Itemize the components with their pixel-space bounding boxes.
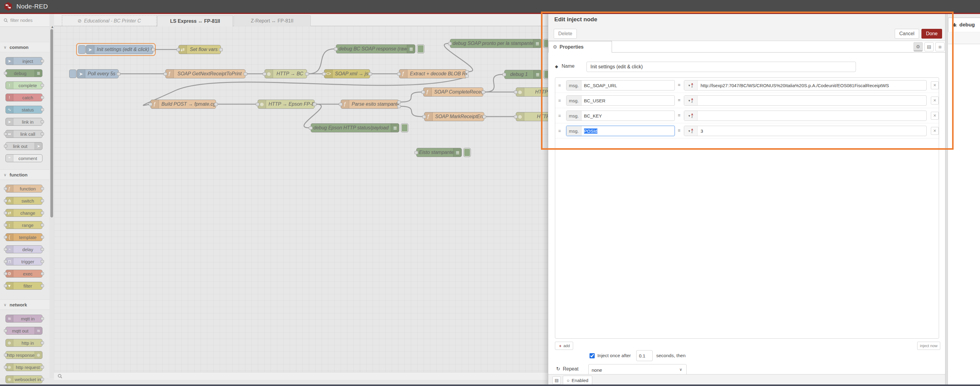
delete-button[interactable]: Delete — [554, 29, 577, 38]
property-name-input[interactable]: msg.BC_USER — [566, 96, 675, 106]
input-port[interactable] — [4, 211, 7, 214]
palette-node-inject[interactable]: ➤inject — [5, 57, 43, 65]
output-port[interactable] — [243, 72, 247, 76]
palette-node-catch[interactable]: !catch — [5, 94, 43, 101]
input-port[interactable] — [503, 73, 506, 76]
input-port[interactable] — [514, 115, 518, 118]
output-port[interactable] — [41, 366, 44, 369]
input-port[interactable] — [4, 284, 7, 287]
node-appearance-icon-button[interactable]: ⧈ — [935, 42, 945, 51]
output-port[interactable] — [219, 48, 223, 51]
palette-scrollbar[interactable]: ▲ — [49, 14, 54, 378]
flow-node-func-build[interactable]: ƒBuild POST → fpmate.cgi — [151, 100, 216, 109]
input-port[interactable] — [414, 151, 418, 154]
palette-node-link-call[interactable]: ➥link call — [5, 130, 43, 138]
palette-node-status[interactable]: ∿status — [5, 106, 43, 113]
palette-node-exec[interactable]: ⚙exec — [5, 270, 43, 278]
palette-node-filter[interactable]: ▼filter — [5, 282, 43, 290]
output-port[interactable] — [41, 378, 44, 381]
flow-tab-3[interactable]: Z-Report ↔ FP-81II — [234, 16, 311, 26]
palette-node-template[interactable]: {template — [5, 233, 43, 241]
node-settings-icon-button[interactable]: ⚙ — [913, 42, 923, 51]
palette-node-delay[interactable]: ◔delay — [5, 246, 43, 253]
palette-node-debug[interactable]: debug≣ — [5, 69, 43, 77]
flow-node-debug-epson[interactable]: debug Epson HTTP status/payload≣ — [311, 123, 399, 132]
input-port[interactable] — [4, 132, 7, 136]
remove-row-button[interactable]: ✕ — [931, 127, 939, 135]
output-port-2[interactable] — [465, 74, 469, 78]
input-port[interactable] — [149, 103, 152, 106]
input-port[interactable] — [256, 103, 259, 106]
name-input[interactable] — [587, 62, 856, 72]
drag-handle-icon[interactable]: ≡ — [558, 113, 561, 118]
debug-enable-toggle[interactable] — [463, 148, 471, 157]
flow-node-inject-poll[interactable]: ➤Poll every 5s ¹ — [77, 69, 119, 78]
output-port[interactable] — [41, 272, 44, 275]
node-description-icon-button[interactable]: ▤ — [924, 42, 934, 51]
palette-node-comment[interactable]: ❝comment — [5, 154, 43, 162]
input-port[interactable] — [334, 47, 338, 51]
flow-node-debug-raw[interactable]: debug BC SOAP response (raw)≣ — [336, 44, 415, 53]
flow-node-http-epson[interactable]: ⊕HTTP → Epson FP-81II — [258, 100, 315, 109]
output-port[interactable] — [41, 199, 44, 202]
msg-prefix-chip[interactable]: msg. — [566, 96, 582, 105]
output-port[interactable] — [151, 48, 155, 51]
flow-node-func-parse[interactable]: ƒParse esito stampante — [341, 100, 399, 109]
msg-prefix-chip[interactable]: msg. — [566, 126, 582, 136]
type-select-button[interactable]: ▾az — [684, 126, 698, 136]
input-port[interactable] — [422, 91, 425, 94]
output-port[interactable] — [41, 84, 44, 87]
palette-filter-input[interactable]: filter nodes — [0, 14, 54, 27]
output-port[interactable] — [41, 187, 44, 190]
palette-node-change[interactable]: ⇄change — [5, 209, 43, 217]
output-port[interactable] — [41, 341, 44, 345]
inject-once-checkbox[interactable] — [590, 353, 595, 358]
flow-node-debug-1[interactable]: debug 1≣ — [504, 70, 542, 79]
flow-node-debug-pronto[interactable]: debug SOAP pronto per la stampante≣ — [450, 39, 542, 48]
palette-node-complete[interactable]: !complete — [5, 81, 43, 89]
flow-tab-2[interactable]: LS Express ↔ FP-81II — [157, 16, 233, 26]
workspace-search-icon[interactable] — [58, 374, 62, 378]
output-port[interactable] — [41, 120, 44, 123]
inject-once-seconds-input[interactable] — [636, 350, 652, 361]
msg-prefix-chip[interactable]: msg. — [566, 111, 582, 121]
type-select-button[interactable]: ▾az — [684, 111, 698, 121]
input-port[interactable] — [339, 103, 342, 106]
property-name-input[interactable]: msg.BC_KEY — [566, 110, 675, 121]
drag-handle-icon[interactable]: ≡ — [558, 128, 561, 133]
input-port[interactable] — [263, 72, 266, 76]
remove-row-button[interactable]: ✕ — [931, 112, 939, 120]
type-select-button[interactable]: ▾az — [684, 80, 698, 90]
done-button[interactable]: Done — [921, 29, 942, 38]
flow-node-func-extract[interactable]: ƒExtract + decode BLOB Request — [399, 69, 467, 78]
output-port[interactable] — [41, 211, 44, 214]
flow-node-change-setflow[interactable]: ⇄Set flow vars — [178, 45, 221, 54]
output-port[interactable] — [214, 103, 218, 106]
palette-node-link-out[interactable]: link out➤ — [5, 142, 43, 150]
add-property-button[interactable]: ＋ add — [555, 342, 573, 350]
palette-node-mqtt-in[interactable]: ≋mqtt in — [5, 315, 43, 322]
input-port[interactable] — [4, 187, 7, 190]
flow-node-xml-json[interactable]: <>SOAP xml → json — [324, 69, 370, 78]
output-port[interactable] — [41, 132, 44, 136]
palette-node-range[interactable]: ↕range — [5, 221, 43, 229]
inject-button[interactable] — [69, 70, 76, 78]
input-port[interactable] — [4, 145, 7, 148]
scroll-up-arrow-icon[interactable]: ▲ — [51, 25, 54, 29]
palette-node-websocket-in[interactable]: ⊕websocket in — [5, 375, 43, 383]
input-port[interactable] — [4, 272, 7, 275]
input-port[interactable] — [4, 329, 7, 332]
palette-node-http-request[interactable]: ⊕http request — [5, 363, 43, 371]
input-port[interactable] — [322, 72, 326, 76]
property-value-input[interactable]: ▾az3 — [684, 126, 927, 136]
output-port[interactable] — [41, 59, 44, 62]
flow-node-func-markerr[interactable]: ƒSOAP MarkReceiptError — [424, 112, 484, 121]
input-port[interactable] — [397, 72, 401, 76]
sidebar-resize-handle[interactable] — [945, 14, 948, 386]
property-value-input[interactable]: ▾az — [684, 96, 927, 106]
input-port[interactable] — [4, 236, 7, 239]
palette-scrollbar-thumb[interactable] — [50, 29, 53, 217]
palette-node-http-in[interactable]: ⊕http in — [5, 339, 43, 347]
property-value-input[interactable]: ▾azhttp://lsexp27:7047/BC/WS/CRONUS%20It… — [684, 80, 927, 91]
inject-now-button[interactable]: inject now — [917, 342, 940, 350]
